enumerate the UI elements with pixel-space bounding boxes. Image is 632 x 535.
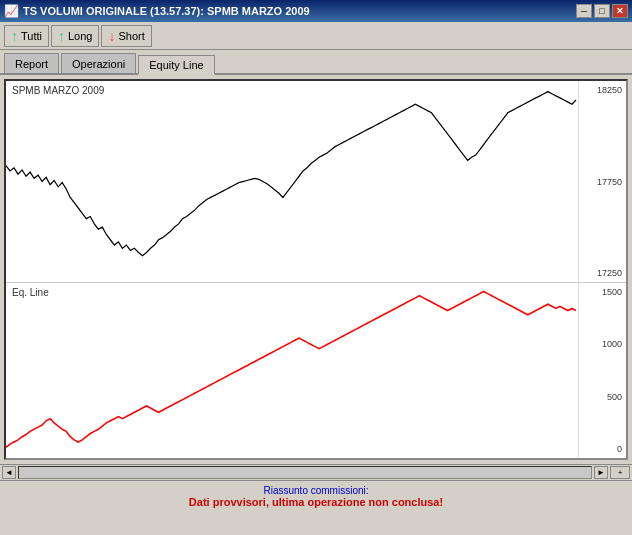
status-line1: Riassunto commissioni: bbox=[263, 485, 368, 496]
tab-equity-line[interactable]: Equity Line bbox=[138, 55, 214, 75]
title-bar: 📈 TS VOLUMI ORIGINALE (13.57.37): SPMB M… bbox=[0, 0, 632, 22]
tutti-label: Tutti bbox=[21, 30, 42, 42]
upper-chart-label: SPMB MARZO 2009 bbox=[12, 85, 104, 96]
upper-chart-svg bbox=[6, 81, 578, 282]
lower-y-label-1: 1500 bbox=[581, 287, 624, 297]
lower-y-label-3: 500 bbox=[581, 392, 624, 402]
lower-chart-svg bbox=[6, 283, 578, 458]
lower-chart: Eq. Line 1500 1000 500 0 bbox=[6, 283, 626, 458]
scroll-left-button[interactable]: ◄ bbox=[2, 466, 16, 479]
minimize-button[interactable]: ─ bbox=[576, 4, 592, 18]
content-area: SPMB MARZO 2009 18250 17750 17250 Eq. Li… bbox=[0, 75, 632, 464]
status-bar: Riassunto commissioni: Dati provvisori, … bbox=[0, 480, 632, 512]
lower-y-label-2: 1000 bbox=[581, 339, 624, 349]
short-icon: ↓ bbox=[108, 28, 115, 44]
scrollbar: ◄ ► + bbox=[0, 464, 632, 480]
long-button[interactable]: ↑ Long bbox=[51, 25, 99, 47]
lower-y-axis: 1500 1000 500 0 bbox=[578, 283, 626, 458]
charts-wrapper: SPMB MARZO 2009 18250 17750 17250 Eq. Li… bbox=[4, 79, 628, 460]
upper-y-label-2: 17750 bbox=[581, 177, 624, 187]
short-button[interactable]: ↓ Short bbox=[101, 25, 151, 47]
scroll-track[interactable] bbox=[18, 466, 592, 479]
toolbar: ↑ Tutti ↑ Long ↓ Short bbox=[0, 22, 632, 50]
long-icon: ↑ bbox=[58, 28, 65, 44]
app-icon: 📈 bbox=[4, 4, 19, 18]
upper-y-label-3: 17250 bbox=[581, 268, 624, 278]
upper-chart: SPMB MARZO 2009 18250 17750 17250 bbox=[6, 81, 626, 283]
maximize-button[interactable]: □ bbox=[594, 4, 610, 18]
tab-report[interactable]: Report bbox=[4, 53, 59, 73]
short-label: Short bbox=[118, 30, 144, 42]
tutti-icon: ↑ bbox=[11, 28, 18, 44]
upper-y-axis: 18250 17750 17250 bbox=[578, 81, 626, 282]
scroll-expand-button[interactable]: + bbox=[610, 466, 630, 479]
long-label: Long bbox=[68, 30, 92, 42]
scroll-right-button[interactable]: ► bbox=[594, 466, 608, 479]
lower-y-label-4: 0 bbox=[581, 444, 624, 454]
tab-operazioni[interactable]: Operazioni bbox=[61, 53, 136, 73]
lower-chart-label: Eq. Line bbox=[12, 287, 49, 298]
upper-y-label-1: 18250 bbox=[581, 85, 624, 95]
title-bar-text: TS VOLUMI ORIGINALE (13.57.37): SPMB MAR… bbox=[23, 5, 310, 17]
tutti-button[interactable]: ↑ Tutti bbox=[4, 25, 49, 47]
close-button[interactable]: ✕ bbox=[612, 4, 628, 18]
tabs-bar: Report Operazioni Equity Line bbox=[0, 50, 632, 75]
status-line2: Dati provvisori, ultima operazione non c… bbox=[189, 496, 443, 508]
